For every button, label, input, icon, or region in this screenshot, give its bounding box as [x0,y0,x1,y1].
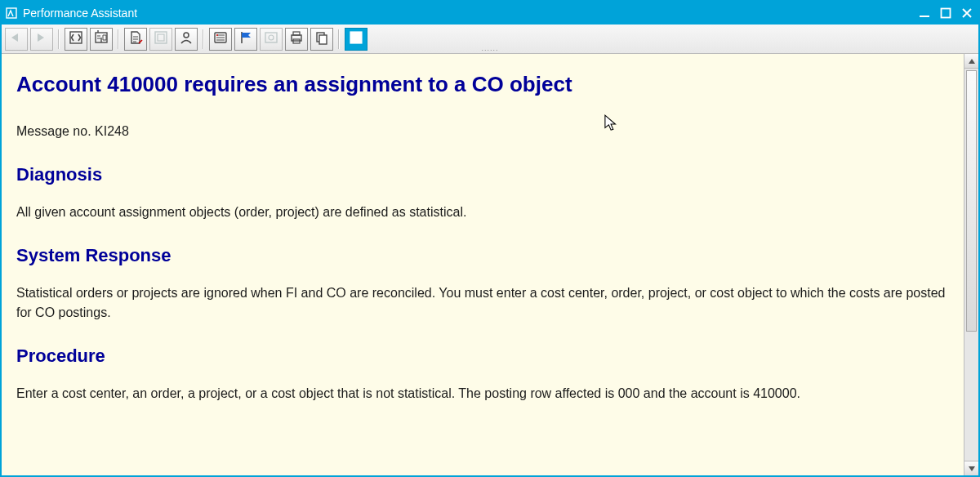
svg-point-11 [269,35,274,40]
toolbar-separator [58,29,60,49]
svg-rect-6 [158,34,164,41]
more-help-button [260,28,283,51]
maximize-button[interactable] [938,5,954,21]
copy-button[interactable] [310,28,333,51]
close-button[interactable] [959,5,975,21]
svg-rect-2 [942,9,951,18]
svg-rect-10 [265,33,277,42]
flag-icon [238,30,253,48]
svg-rect-12 [292,35,301,41]
diagnosis-heading: Diagnosis [16,161,947,188]
scroll-up-button[interactable] [964,54,978,69]
forward-arrow-icon [34,32,49,47]
svg-rect-9 [216,34,218,36]
procedure-body: Enter a cost center, an order, a project… [16,384,947,403]
vertical-scrollbar[interactable] [964,54,978,475]
back-arrow-icon [9,32,24,47]
app-icon [5,7,18,20]
svg-point-7 [184,33,189,38]
close-x-icon [350,31,363,47]
svg-rect-8 [215,33,226,42]
person-icon [179,30,194,48]
svg-rect-5 [155,32,167,43]
more-help-icon [264,30,278,48]
glossary-icon [213,30,228,48]
toolbar-separator [203,29,204,49]
svg-rect-1 [920,16,929,17]
system-response-body: Statistical orders or projects are ignor… [16,283,947,323]
scroll-down-button[interactable] [964,461,978,475]
tech-info-button[interactable] [90,28,113,51]
scroll-track[interactable] [964,69,978,461]
scroll-thumb[interactable] [966,70,977,332]
message-title: Account 410000 requires an assignment to… [16,69,947,100]
customizing-icon [154,30,168,48]
glossary-button[interactable] [209,28,232,51]
svg-rect-16 [319,35,327,44]
toolbar-grip: ······ [481,47,498,53]
toolbar: ······ [2,25,978,54]
toolbar-separator [338,29,340,49]
svg-rect-14 [293,39,300,43]
tech-info-icon [94,30,109,48]
toggle-nav-button[interactable] [65,28,87,51]
svg-rect-3 [70,32,82,43]
print-icon [289,30,304,48]
help-doc-icon [128,30,143,48]
message-number: Message no. KI248 [16,122,947,141]
system-response-heading: System Response [16,242,947,269]
svg-rect-17 [350,32,362,43]
minimize-button[interactable] [916,5,933,21]
toolbar-separator [118,29,119,49]
nav-forward-button [30,28,53,51]
procedure-heading: Procedure [16,342,947,369]
copy-icon [314,30,329,48]
window: Performance Assistant ······ Account 410… [0,0,980,477]
flag-button[interactable] [234,28,257,51]
print-button[interactable] [285,28,308,51]
svg-rect-13 [293,32,300,35]
customizing-button [149,28,172,51]
window-title: Performance Assistant [23,7,916,20]
titlebar[interactable]: Performance Assistant [2,2,978,25]
svg-rect-4 [96,33,107,42]
application-help-button[interactable] [124,28,147,51]
diagnosis-body: All given account assignment objects (or… [16,203,947,222]
help-content: Account 410000 requires an assignment to… [2,54,964,475]
personal-help-button[interactable] [175,28,198,51]
close-help-button[interactable] [345,28,368,51]
content-wrap: Account 410000 requires an assignment to… [2,54,978,475]
svg-rect-15 [317,33,324,42]
arrows-in-box-icon [69,30,83,48]
nav-back-button [5,28,28,51]
